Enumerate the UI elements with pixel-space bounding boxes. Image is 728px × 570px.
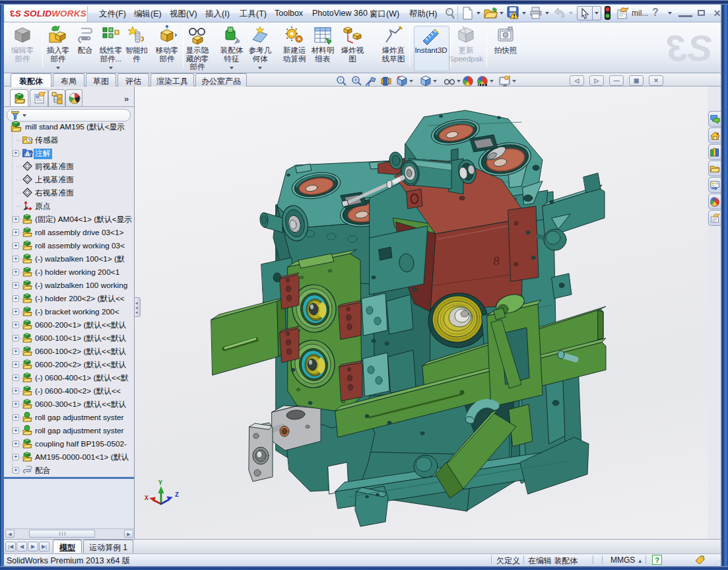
svg-text:X: X [145, 495, 149, 502]
svg-text:Z: Z [175, 491, 179, 499]
svg-text:Y: Y [158, 480, 162, 487]
svg-text:A: A [25, 151, 30, 158]
